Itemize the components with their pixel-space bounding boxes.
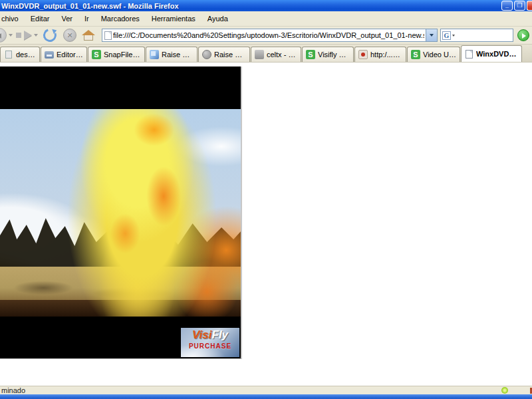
minimize-button[interactable]: _ xyxy=(501,1,513,11)
gray-icon xyxy=(255,50,264,59)
stop-button[interactable]: ✕ xyxy=(60,27,80,43)
red-dot-icon xyxy=(358,50,368,59)
page-icon xyxy=(5,51,12,59)
back-dropdown-icon[interactable] xyxy=(9,34,13,37)
maximize-button[interactable]: ❐ xyxy=(514,1,525,11)
tab-label: SnapFiles - ... xyxy=(104,51,141,59)
purchase-label: PURCHASE xyxy=(181,342,239,350)
tab-raise-my-ri-1[interactable]: Raise My Ri... xyxy=(146,47,198,62)
menu-ayuda[interactable]: Ayuda xyxy=(201,13,234,25)
tab-video-userpi[interactable]: Video Userpi... xyxy=(407,47,460,62)
tab-label: Raise My Ri... xyxy=(214,51,246,59)
tab-descargar[interactable]: descargar g... xyxy=(0,47,40,62)
tab-label: http:/...?a=70 xyxy=(370,51,402,59)
tab-label: Visifly softw... xyxy=(318,51,350,59)
status-text: minado xyxy=(1,386,501,394)
tab-label: celtx - Over... xyxy=(267,51,297,59)
stop-icon: ✕ xyxy=(63,29,76,42)
visifly-logo-visi: Visi xyxy=(192,329,212,341)
tab-label: Video Userpi... xyxy=(423,51,456,59)
search-engine-dropdown-icon[interactable] xyxy=(452,35,455,37)
explosion-fireball-layer xyxy=(0,109,241,317)
tab-http-a70[interactable]: http:/...?a=70 xyxy=(354,47,406,62)
taskbar-edge xyxy=(0,394,532,399)
document-icon xyxy=(466,50,473,59)
tab-raise-my-ri-2[interactable]: Raise My Ri... xyxy=(198,47,250,62)
tab-visifly[interactable]: Visifly softw... xyxy=(302,47,354,62)
forward-arrow-icon xyxy=(24,31,32,40)
menu-marcadores[interactable]: Marcadores xyxy=(95,13,146,25)
close-button[interactable] xyxy=(527,1,532,11)
tab-label: WinxDVDR... xyxy=(476,50,518,58)
menu-ir[interactable]: Ir xyxy=(78,13,95,25)
status-bar: minado xyxy=(0,386,532,394)
tab-celtx[interactable]: celtx - Over... xyxy=(251,47,301,62)
reload-button[interactable] xyxy=(40,27,60,43)
home-icon xyxy=(82,30,95,41)
visifly-logo-fly: Fly xyxy=(212,329,229,341)
site-favicon xyxy=(104,31,112,40)
forward-dropdown-icon[interactable] xyxy=(34,34,38,37)
search-input[interactable] xyxy=(456,31,513,41)
window-titlebar: WinxDVDR_output_01_01-new.swf - Mozilla … xyxy=(0,0,532,11)
menu-archivo[interactable]: chivo xyxy=(0,13,25,25)
blue-page-icon xyxy=(150,50,159,59)
tab-snapfiles[interactable]: SnapFiles - ... xyxy=(88,47,145,62)
swf-video-player[interactable]: VisiFly PURCHASE xyxy=(0,66,242,359)
visifly-watermark[interactable]: VisiFly PURCHASE xyxy=(181,328,239,357)
tab-winxdvdr-active[interactable]: WinxDVDR... xyxy=(461,45,522,62)
menu-herramientas[interactable]: Herramientas xyxy=(146,13,201,25)
home-button[interactable] xyxy=(80,27,99,43)
tab-label: descargar g... xyxy=(16,51,36,59)
snapfiles-green-s-icon xyxy=(411,50,420,59)
back-icon xyxy=(0,28,7,43)
tab-label: Editores xyxy=(57,51,83,59)
snapfiles-green-s-icon xyxy=(92,50,101,59)
tab-label: Raise My Ri... xyxy=(162,51,194,59)
tab-bar: descargar g... Editores SnapFiles - ... … xyxy=(0,45,532,63)
url-history-dropdown[interactable] xyxy=(426,29,437,41)
menu-ver[interactable]: Ver xyxy=(55,13,78,25)
url-input[interactable] xyxy=(112,31,426,39)
go-button[interactable] xyxy=(517,29,529,41)
window-title: WinxDVDR_output_01_01-new.swf - Mozilla … xyxy=(1,2,179,10)
browser-content: VisiFly PURCHASE xyxy=(0,63,532,386)
reload-icon xyxy=(41,27,59,45)
extension-status-icon[interactable] xyxy=(501,387,508,394)
forward-icon xyxy=(16,33,21,38)
navigation-toolbar: ✕ G xyxy=(0,27,532,45)
forward-button[interactable] xyxy=(15,27,32,43)
badge-icon xyxy=(45,51,54,59)
google-search-icon[interactable]: G xyxy=(442,31,451,40)
search-box[interactable]: G xyxy=(440,29,513,42)
visifly-logo: VisiFly xyxy=(181,328,239,342)
snapfiles-green-s-icon xyxy=(306,50,315,59)
globe-icon xyxy=(202,50,211,59)
tab-editores[interactable]: Editores xyxy=(41,47,87,62)
address-bar[interactable] xyxy=(102,29,438,42)
menubar: chivo Editar Ver Ir Marcadores Herramien… xyxy=(0,11,532,27)
explosion-video-frame xyxy=(0,109,241,317)
menu-editar[interactable]: Editar xyxy=(25,13,56,25)
back-button[interactable] xyxy=(0,27,7,43)
